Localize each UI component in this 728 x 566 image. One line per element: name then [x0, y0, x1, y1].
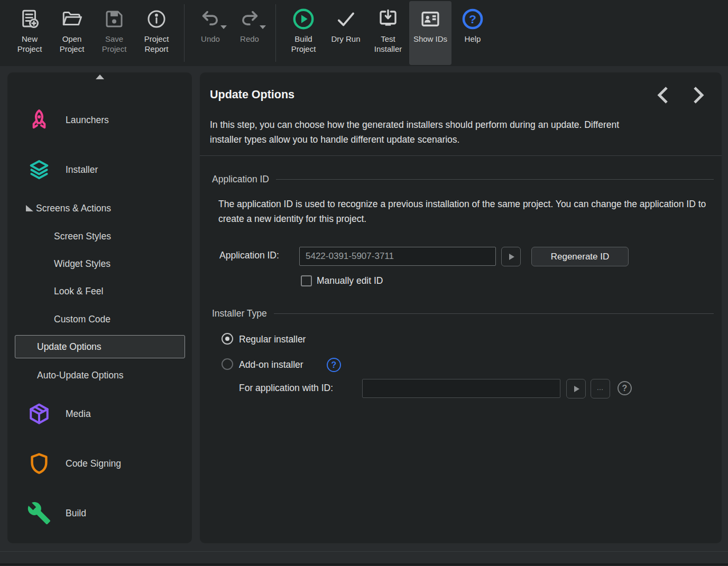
undo-dropdown-caret[interactable] — [220, 25, 227, 29]
build-project-button[interactable]: Build Project — [282, 0, 325, 66]
sidebar-item-media[interactable]: Media — [7, 401, 192, 426]
package-icon — [26, 401, 51, 426]
sidebar-item-label: Custom Code — [54, 314, 110, 325]
sidebar-item-label: Code Signing — [66, 458, 121, 469]
next-step-button[interactable] — [690, 85, 708, 105]
section-title: Application ID — [212, 174, 269, 185]
open-project-button[interactable]: Open Project — [51, 0, 93, 66]
help-button[interactable]: ? Help — [451, 0, 494, 66]
sidebar-item-widget-styles[interactable]: Widget Styles — [7, 256, 192, 271]
for-application-variable-button[interactable] — [566, 379, 586, 398]
redo-label: Redo — [240, 34, 259, 44]
for-application-help-icon[interactable]: ? — [618, 381, 632, 395]
dry-run-button[interactable]: Dry Run — [325, 0, 367, 66]
regular-installer-label: Regular installer — [239, 334, 306, 345]
test-installer-button[interactable]: Test Installer — [367, 0, 409, 66]
sidebar-item-label: Launchers — [66, 115, 109, 126]
addon-installer-help-icon[interactable]: ? — [327, 358, 341, 372]
sidebar-item-screen-styles[interactable]: Screen Styles — [7, 229, 192, 244]
shield-icon — [26, 451, 51, 476]
for-application-id-label: For application with ID: — [239, 383, 333, 394]
redo-button[interactable]: Redo — [230, 0, 269, 66]
wrench-icon — [26, 500, 51, 526]
sidebar-item-label: Installer — [66, 164, 98, 175]
sidebar-item-code-signing[interactable]: Code Signing — [7, 451, 192, 476]
application-id-section-header: Application ID — [212, 174, 714, 185]
sidebar-item-auto-update-options[interactable]: Auto-Update Options — [7, 368, 192, 383]
play-icon — [509, 254, 514, 260]
sidebar-item-launchers[interactable]: Launchers — [7, 107, 192, 133]
navigation-sidebar: Launchers Installer Screens & Actions Sc… — [7, 72, 192, 543]
sidebar-item-build[interactable]: Build — [7, 500, 192, 526]
application-id-field-label: Application ID: — [219, 250, 279, 261]
sidebar-item-label: Screens & Actions — [36, 203, 111, 214]
play-icon — [574, 386, 579, 392]
application-id-description: The application ID is used to recognize … — [218, 197, 713, 226]
new-project-button[interactable]: New Project — [8, 0, 51, 66]
update-options-panel: Update Options In this step, you can cho… — [200, 72, 722, 543]
redo-icon — [239, 6, 260, 32]
status-bar — [0, 551, 728, 565]
svg-text:?: ? — [469, 12, 476, 26]
build-project-label: Build Project — [282, 34, 325, 54]
undo-button[interactable]: Undo — [191, 0, 230, 66]
regular-installer-radio[interactable] — [222, 333, 233, 345]
installer-type-section-header: Installer Type — [212, 308, 714, 319]
sidebar-item-label: Screen Styles — [54, 231, 111, 242]
project-report-button[interactable]: Project Report — [135, 0, 178, 66]
section-title: Installer Type — [212, 308, 267, 319]
addon-installer-radio[interactable] — [222, 358, 233, 370]
application-id-input[interactable] — [299, 247, 496, 266]
build-project-icon — [292, 6, 315, 32]
sidebar-item-look-feel[interactable]: Look & Feel — [7, 284, 192, 299]
sidebar-item-label: Auto-Update Options — [37, 370, 123, 381]
manually-edit-id-label: Manually edit ID — [317, 275, 383, 286]
section-rule — [276, 179, 714, 180]
sidebar-item-custom-code[interactable]: Custom Code — [7, 312, 192, 327]
toolbar: New Project Open Project Save Project — [0, 0, 728, 66]
content-area: Launchers Installer Screens & Actions Sc… — [0, 66, 728, 543]
test-installer-label: Test Installer — [367, 34, 409, 54]
dry-run-icon — [335, 6, 357, 32]
manually-edit-id-checkbox[interactable] — [301, 275, 312, 286]
addon-installer-label: Add-on installer — [239, 359, 303, 370]
project-report-icon — [145, 6, 168, 32]
show-ids-label: Show IDs — [413, 34, 447, 44]
save-project-icon — [103, 6, 125, 32]
toolbar-separator — [184, 4, 185, 62]
page-title: Update Options — [210, 88, 294, 101]
previous-step-button[interactable] — [655, 85, 673, 105]
sidebar-item-label: Widget Styles — [54, 258, 110, 270]
dry-run-label: Dry Run — [331, 34, 360, 44]
show-ids-toggle[interactable]: Show IDs — [409, 1, 451, 65]
sidebar-item-label: Update Options — [37, 341, 102, 352]
for-application-id-input[interactable] — [362, 379, 560, 398]
regenerate-id-button[interactable]: Regenerate ID — [531, 247, 629, 266]
new-project-label: New Project — [8, 34, 51, 54]
sidebar-item-label: Look & Feel — [54, 286, 103, 297]
sidebar-item-screens-actions[interactable]: Screens & Actions — [7, 201, 192, 216]
new-project-icon — [19, 6, 41, 32]
toolbar-separator — [275, 4, 276, 62]
for-application-browse-button[interactable]: … — [591, 379, 610, 398]
sidebar-item-label: Build — [66, 508, 86, 519]
save-project-button[interactable]: Save Project — [93, 0, 135, 66]
scroll-up-icon[interactable] — [96, 75, 104, 79]
undo-icon — [200, 6, 221, 32]
step-description: In this step, you can choose how the gen… — [210, 117, 625, 147]
project-report-label: Project Report — [135, 34, 178, 54]
redo-dropdown-caret[interactable] — [260, 25, 266, 29]
application-id-variable-button[interactable] — [501, 247, 521, 266]
layers-icon — [26, 157, 51, 182]
sidebar-item-installer[interactable]: Installer — [7, 157, 192, 182]
help-label: Help — [465, 34, 481, 44]
tree-expanded-icon[interactable] — [26, 205, 33, 211]
show-ids-icon — [419, 6, 441, 32]
sidebar-item-update-options[interactable]: Update Options — [15, 335, 185, 358]
undo-label: Undo — [201, 34, 220, 44]
open-project-label: Open Project — [51, 34, 93, 54]
chevron-left-icon — [655, 86, 671, 105]
rocket-icon — [26, 107, 51, 133]
open-project-icon — [61, 6, 83, 32]
header-divider — [200, 155, 722, 156]
